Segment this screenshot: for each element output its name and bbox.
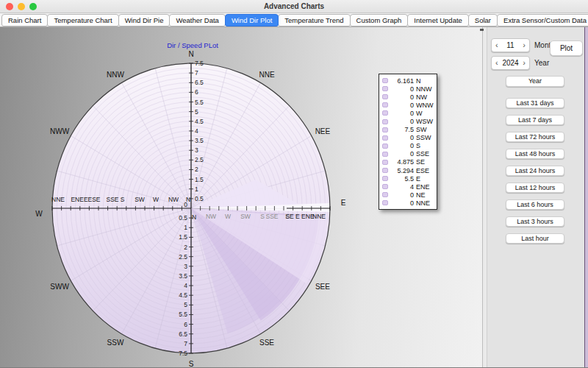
svg-text:W: W: [153, 196, 159, 203]
legend-swatch-icon: [382, 86, 388, 91]
svg-text:5: 5: [184, 301, 187, 308]
svg-text:SSE S: SSE S: [106, 196, 124, 203]
svg-text:W: W: [225, 213, 231, 220]
year-stepper[interactable]: ‹ 2024 ›: [491, 56, 530, 70]
last-24-hours-button[interactable]: Last 24 hours: [506, 166, 564, 176]
svg-text:3.5: 3.5: [179, 272, 187, 280]
svg-text:NNE: NNE: [312, 213, 326, 220]
legend-row: 0WSW: [382, 117, 434, 125]
legend-swatch-icon: [382, 110, 388, 116]
legend-direction: NE: [416, 191, 426, 199]
last-12-hours-button[interactable]: Last 12 hours: [506, 183, 564, 193]
compass-label-w: W: [35, 210, 43, 218]
last-48-hours-button[interactable]: Last 48 hours: [506, 149, 564, 159]
legend-value: 0: [390, 150, 414, 158]
compass-label-sww: SWW: [50, 283, 69, 291]
svg-text:5: 5: [195, 108, 198, 116]
legend-direction: SW: [416, 126, 427, 133]
legend-value: 4.875: [390, 158, 414, 166]
tab-extra-sensor-custom-data[interactable]: Extra Sensor/Custom Data: [497, 14, 588, 26]
compass-label-see: SEE: [315, 283, 330, 291]
legend-row: 0NW: [382, 93, 434, 101]
legend-row: 0WNW: [382, 101, 434, 109]
svg-text:6.5: 6.5: [195, 79, 204, 86]
legend-direction: SE: [416, 158, 425, 166]
svg-text:SSE: SSE: [265, 213, 278, 220]
svg-text:NW: NW: [168, 196, 179, 203]
svg-text:3.5: 3.5: [195, 137, 204, 144]
tab-wind-dir-pie[interactable]: Wind Dir Pie: [118, 14, 171, 26]
legend-swatch-icon: [382, 78, 388, 83]
svg-text:1.5: 1.5: [195, 176, 204, 183]
svg-text:S: S: [260, 213, 265, 220]
month-prev-icon[interactable]: ‹: [495, 39, 498, 52]
svg-text:NW: NW: [206, 213, 216, 220]
range-buttons: YearLast 31 daysLast 7 daysLast 72 hours…: [506, 76, 564, 250]
svg-text:7: 7: [195, 69, 198, 77]
svg-text:2: 2: [184, 244, 187, 251]
legend-direction: SSE: [416, 150, 429, 158]
last-7-days-button[interactable]: Last 7 days: [506, 115, 564, 125]
svg-text:6.5: 6.5: [179, 330, 187, 338]
tab-solar[interactable]: Solar: [468, 14, 498, 26]
app-window: Advanced Charts Rain ChartTemperature Ch…: [0, 0, 588, 368]
legend-value: 7.5: [390, 126, 414, 133]
legend-swatch-icon: [382, 119, 388, 124]
svg-text:N: N: [186, 196, 190, 203]
legend-direction: ESE: [416, 167, 429, 174]
svg-text:0.5: 0.5: [195, 195, 204, 202]
month-stepper[interactable]: ‹ 11 ›: [491, 38, 530, 52]
legend-swatch-icon: [382, 160, 388, 165]
svg-text:4.5: 4.5: [179, 291, 187, 299]
year-prev-icon[interactable]: ‹: [495, 57, 498, 69]
year-next-icon[interactable]: ›: [523, 57, 526, 69]
tab-bar: Rain ChartTemperature ChartWind Dir PieW…: [0, 13, 588, 27]
svg-text:5.5: 5.5: [179, 311, 187, 318]
legend-row: 0SSW: [382, 134, 434, 142]
svg-text:ESE: ESE: [87, 196, 100, 203]
tab-custom-graph[interactable]: Custom Graph: [350, 14, 409, 26]
legend-direction: NNW: [416, 85, 432, 93]
legend-row: 0S: [382, 142, 434, 150]
legend-row: 0W: [382, 109, 434, 117]
last-72-hours-button[interactable]: Last 72 hours: [506, 132, 564, 142]
legend-direction: NNE: [416, 199, 430, 207]
divider-handle-icon[interactable]: [480, 29, 484, 31]
legend-swatch-icon: [382, 168, 388, 173]
last-6-hours-button[interactable]: Last 6 hours: [506, 199, 564, 210]
legend-value: 0: [390, 134, 414, 141]
plot-button[interactable]: Plot: [550, 40, 583, 56]
tab-temperature-chart[interactable]: Temperature Chart: [47, 14, 118, 26]
legend-value: 0: [390, 199, 414, 207]
tab-rain-chart[interactable]: Rain Chart: [1, 14, 48, 26]
tab-weather-data[interactable]: Weather Data: [169, 14, 225, 26]
window-title: Advanced Charts: [0, 2, 588, 10]
svg-text:4: 4: [184, 282, 187, 289]
svg-text:2.5: 2.5: [179, 253, 187, 261]
legend-value: 4: [390, 183, 414, 191]
tab-temperature-trend[interactable]: Temperature Trend: [278, 14, 350, 26]
compass-label-nee: NEE: [315, 127, 331, 135]
legend-swatch-icon: [382, 94, 388, 99]
compass-label-s: S: [189, 360, 194, 368]
last-31-days-button[interactable]: Last 31 days: [506, 98, 564, 108]
legend-swatch-icon: [382, 144, 388, 149]
svg-text:4: 4: [195, 127, 198, 135]
panel-divider[interactable]: [482, 27, 487, 368]
month-next-icon[interactable]: ›: [523, 39, 526, 52]
legend-value: 0: [390, 118, 414, 125]
compass-label-e: E: [341, 199, 346, 207]
compass-label-nww: NWW: [50, 127, 70, 135]
tab-internet-update[interactable]: Internet Update: [407, 14, 469, 26]
legend-row: 0NE: [382, 191, 434, 199]
svg-text:6: 6: [195, 88, 198, 96]
legend-direction: S: [416, 142, 420, 149]
last-hour-button[interactable]: Last hour: [506, 233, 564, 244]
legend-direction: WSW: [416, 118, 433, 125]
legend-direction: WNW: [416, 102, 434, 109]
last-3-hours-button[interactable]: Last 3 hours: [506, 216, 564, 227]
svg-text:1.5: 1.5: [179, 233, 187, 241]
tab-wind-dir-plot[interactable]: Wind Dir Plot: [225, 14, 279, 26]
year-button[interactable]: Year: [506, 76, 564, 87]
compass-label-sse: SSE: [259, 339, 274, 347]
